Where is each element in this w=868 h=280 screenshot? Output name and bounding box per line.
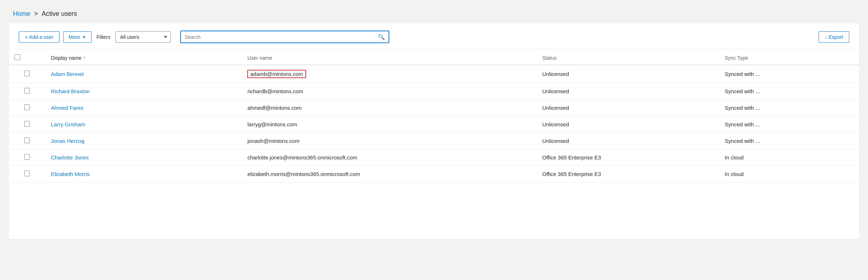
- table-row: Charlotte Jonescharlotte.jones@mintons36…: [9, 149, 859, 166]
- display-name-link[interactable]: Jonas Herzog: [51, 138, 84, 144]
- row-checkbox-cell: [9, 149, 45, 166]
- row-checkbox[interactable]: [24, 171, 30, 176]
- more-button[interactable]: More ▼: [63, 31, 92, 43]
- row-checkbox-cell: [9, 116, 45, 133]
- display-name-link[interactable]: Richard Braxton: [51, 88, 90, 94]
- row-checkbox[interactable]: [24, 121, 30, 127]
- table-row: Richard Braxtonrichardb@mintons.comUnlic…: [9, 83, 859, 100]
- row-display-name: Charlotte Jones: [45, 149, 242, 166]
- filter-select[interactable]: All users Licensed users Unlicensed user…: [115, 31, 171, 43]
- display-name-link[interactable]: Elizabeth Morris: [51, 171, 90, 177]
- row-display-name: Adam Bennet: [45, 65, 242, 83]
- sort-display-name[interactable]: Display name ↑: [51, 55, 85, 61]
- users-table: Display name ↑ User name Status Sync Typ…: [9, 49, 859, 182]
- row-user-name: ahmedf@mintons.com: [242, 100, 536, 116]
- row-status: Unlicensed: [536, 65, 719, 83]
- table-row: Ahmed Faresahmedf@mintons.comUnlicensedS…: [9, 100, 859, 116]
- row-display-name: Larry Grisham: [45, 116, 242, 133]
- row-sync-type: Synced with ...: [719, 83, 859, 100]
- search-icon[interactable]: 🔍: [378, 33, 385, 40]
- header-user-name: User name: [242, 49, 536, 65]
- row-status: Unlicensed: [536, 100, 719, 116]
- row-sync-type: Synced with ...: [719, 116, 859, 133]
- row-display-name: Ahmed Fares: [45, 100, 242, 116]
- row-status: Office 365 Enterprise E3: [536, 149, 719, 166]
- row-checkbox[interactable]: [24, 71, 30, 76]
- row-checkbox-cell: [9, 133, 45, 149]
- display-name-link[interactable]: Charlotte Jones: [51, 154, 89, 161]
- table-header-row: Display name ↑ User name Status Sync Typ…: [9, 49, 859, 65]
- header-display-name: Display name ↑: [45, 49, 242, 65]
- table-row: Jonas Herzogjonash@mintons.comUnlicensed…: [9, 133, 859, 149]
- display-name-link[interactable]: Ahmed Fares: [51, 105, 83, 111]
- header-sync-type: Sync Type: [719, 49, 859, 65]
- row-user-name: larryg@mintons.com: [242, 116, 536, 133]
- row-user-name: charlotte.jones@mintons365.onmicrosoft.c…: [242, 149, 536, 166]
- search-input[interactable]: [185, 34, 376, 40]
- filter-select-wrapper[interactable]: All users Licensed users Unlicensed user…: [115, 31, 171, 43]
- breadcrumb-separator: >: [34, 10, 38, 17]
- highlighted-email: adamb@mintons.com: [247, 70, 306, 78]
- row-checkbox[interactable]: [24, 137, 30, 143]
- row-sync-type: In cloud: [719, 149, 859, 166]
- row-checkbox[interactable]: [24, 88, 30, 94]
- header-checkbox-cell: [9, 49, 45, 65]
- row-user-name: jonash@mintons.com: [242, 133, 536, 149]
- row-display-name: Elizabeth Morris: [45, 166, 242, 182]
- row-status: Unlicensed: [536, 116, 719, 133]
- table-row: Larry Grishamlarryg@mintons.comUnlicense…: [9, 116, 859, 133]
- toolbar: + Add a user More ▼ Filters All users Li…: [9, 23, 859, 49]
- row-checkbox-cell: [9, 166, 45, 182]
- display-name-link[interactable]: Larry Grisham: [51, 121, 85, 127]
- row-user-name: adamb@mintons.com: [242, 65, 536, 83]
- row-checkbox[interactable]: [24, 104, 30, 110]
- table-row: Adam Bennetadamb@mintons.comUnlicensedSy…: [9, 65, 859, 83]
- chevron-down-icon: ▼: [82, 35, 86, 39]
- row-status: Unlicensed: [536, 133, 719, 149]
- page-container: Home > Active users + Add a user More ▼ …: [0, 0, 868, 280]
- row-checkbox[interactable]: [24, 154, 30, 160]
- row-sync-type: Synced with ...: [719, 65, 859, 83]
- filters-label: Filters: [97, 34, 110, 40]
- main-card: + Add a user More ▼ Filters All users Li…: [9, 23, 859, 239]
- row-sync-type: Synced with ...: [719, 133, 859, 149]
- row-checkbox-cell: [9, 83, 45, 100]
- display-name-label: Display name: [51, 55, 81, 61]
- breadcrumb-home[interactable]: Home: [13, 10, 30, 17]
- breadcrumb: Home > Active users: [0, 6, 868, 23]
- row-user-name: richardb@mintons.com: [242, 83, 536, 100]
- row-sync-type: Synced with ...: [719, 100, 859, 116]
- header-status: Status: [536, 49, 719, 65]
- select-all-checkbox[interactable]: [14, 54, 20, 60]
- export-button[interactable]: ↓ Export: [819, 31, 849, 43]
- row-checkbox-cell: [9, 100, 45, 116]
- row-status: Unlicensed: [536, 83, 719, 100]
- display-name-link[interactable]: Adam Bennet: [51, 71, 84, 77]
- breadcrumb-current: Active users: [42, 10, 77, 17]
- row-checkbox-cell: [9, 65, 45, 83]
- sort-asc-icon: ↑: [83, 55, 85, 60]
- row-display-name: Jonas Herzog: [45, 133, 242, 149]
- row-status: Office 365 Enterprise E3: [536, 166, 719, 182]
- row-display-name: Richard Braxton: [45, 83, 242, 100]
- search-bar[interactable]: 🔍: [180, 31, 389, 43]
- more-label: More: [68, 34, 80, 40]
- table-row: Elizabeth Morriselizabeth.morris@mintons…: [9, 166, 859, 182]
- row-sync-type: In cloud: [719, 166, 859, 182]
- row-user-name: elizabeth.morris@mintons365.onmicrosoft.…: [242, 166, 536, 182]
- add-user-button[interactable]: + Add a user: [19, 31, 59, 43]
